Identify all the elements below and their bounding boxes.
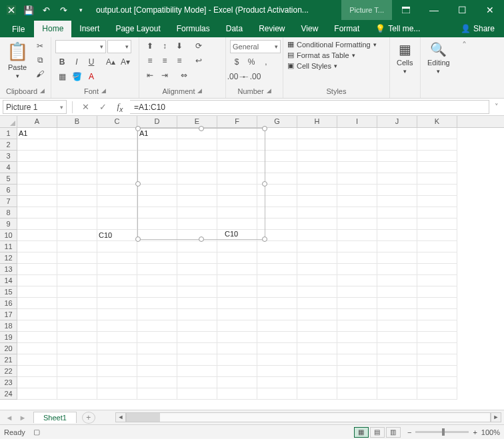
scroll-right-icon[interactable]: ► (491, 412, 501, 422)
column-header[interactable]: H (297, 116, 337, 127)
column-header[interactable]: F (217, 116, 257, 127)
dialog-launcher-icon[interactable]: ◢ (40, 87, 45, 95)
cell[interactable] (217, 343, 257, 354)
cell[interactable] (97, 151, 137, 162)
column-header[interactable]: C (97, 116, 137, 127)
cell[interactable] (377, 320, 417, 332)
cell[interactable] (57, 185, 97, 196)
resize-handle[interactable] (135, 181, 141, 187)
cell[interactable] (377, 309, 417, 320)
cell[interactable] (97, 309, 137, 320)
cell[interactable] (257, 377, 297, 388)
cell[interactable] (57, 196, 97, 207)
cell[interactable] (57, 354, 97, 366)
decrease-font-icon[interactable]: A▾ (119, 56, 132, 68)
cell[interactable] (57, 151, 97, 162)
cell[interactable] (97, 286, 137, 298)
cell[interactable] (337, 219, 377, 230)
cell[interactable] (97, 219, 137, 230)
undo-icon[interactable]: ↶ (39, 3, 53, 17)
cell[interactable] (137, 343, 177, 354)
cell[interactable] (297, 185, 337, 196)
cancel-formula-icon[interactable]: ✕ (78, 102, 93, 112)
row-header[interactable]: 16 (0, 298, 17, 309)
cell[interactable] (137, 377, 177, 388)
italic-button[interactable]: I (70, 56, 83, 68)
cell[interactable] (57, 320, 97, 332)
cell[interactable] (17, 185, 57, 196)
tell-me[interactable]: 💡Tell me... (367, 21, 428, 37)
cell[interactable] (297, 264, 337, 275)
cell[interactable] (137, 320, 177, 332)
cell[interactable] (17, 343, 57, 354)
cell[interactable] (137, 252, 177, 264)
cell[interactable] (137, 354, 177, 366)
cell[interactable] (417, 185, 457, 196)
dialog-launcher-icon[interactable]: ◢ (101, 87, 106, 95)
cell[interactable] (297, 275, 337, 286)
cell[interactable] (97, 207, 137, 219)
wrap-text-icon[interactable]: ↩ (192, 55, 205, 67)
row-header[interactable]: 6 (0, 185, 17, 196)
cell[interactable] (417, 354, 457, 366)
cell[interactable] (97, 275, 137, 286)
cell[interactable] (417, 252, 457, 264)
cell[interactable] (297, 207, 337, 219)
cell[interactable] (377, 275, 417, 286)
cell[interactable] (297, 377, 337, 388)
cell[interactable] (417, 332, 457, 343)
resize-handle[interactable] (199, 126, 204, 131)
cell[interactable] (217, 388, 257, 400)
cell[interactable] (257, 320, 297, 332)
cell[interactable] (417, 196, 457, 207)
cell[interactable] (337, 196, 377, 207)
cell[interactable] (17, 309, 57, 320)
cell[interactable] (337, 320, 377, 332)
cell[interactable] (57, 309, 97, 320)
tab-format[interactable]: Format (326, 21, 367, 37)
align-right-icon[interactable]: ≡ (173, 55, 186, 67)
row-header[interactable]: 5 (0, 173, 17, 185)
cell[interactable] (57, 298, 97, 309)
cell[interactable] (417, 366, 457, 377)
cell[interactable] (17, 286, 57, 298)
cell[interactable] (337, 286, 377, 298)
cell[interactable] (17, 252, 57, 264)
cell[interactable] (57, 388, 97, 400)
cell[interactable] (377, 286, 417, 298)
formula-input[interactable]: =A1:C10 (130, 100, 489, 114)
save-icon[interactable]: 💾 (21, 3, 36, 17)
cell[interactable] (17, 388, 57, 400)
cell[interactable] (337, 377, 377, 388)
cell[interactable] (417, 264, 457, 275)
cell[interactable] (297, 366, 337, 377)
cell[interactable] (137, 286, 177, 298)
cell[interactable] (377, 354, 417, 366)
cell[interactable] (417, 173, 457, 185)
cell[interactable] (137, 275, 177, 286)
page-break-view-icon[interactable]: ▥ (386, 427, 401, 438)
cell[interactable] (17, 298, 57, 309)
increase-font-icon[interactable]: A▴ (104, 56, 117, 68)
macro-record-icon[interactable]: ▢ (33, 428, 40, 436)
enter-formula-icon[interactable]: ✓ (95, 102, 110, 112)
row-header[interactable]: 15 (0, 286, 17, 298)
row-header[interactable]: 10 (0, 230, 17, 241)
row-header[interactable]: 22 (0, 366, 17, 377)
cell[interactable] (97, 264, 137, 275)
cell-styles-button[interactable]: ▣Cell Styles▾ (287, 61, 377, 70)
cell[interactable] (297, 128, 337, 139)
column-header[interactable]: K (417, 116, 457, 127)
cell[interactable] (97, 139, 137, 151)
cell[interactable] (377, 162, 417, 173)
currency-icon[interactable]: $ (230, 56, 243, 68)
cell[interactable] (177, 388, 217, 400)
cell[interactable] (17, 264, 57, 275)
cell[interactable] (297, 298, 337, 309)
cell[interactable] (17, 275, 57, 286)
cell[interactable] (17, 241, 57, 252)
cell[interactable] (337, 332, 377, 343)
cell[interactable] (17, 366, 57, 377)
cell[interactable] (417, 162, 457, 173)
cell[interactable] (417, 128, 457, 139)
